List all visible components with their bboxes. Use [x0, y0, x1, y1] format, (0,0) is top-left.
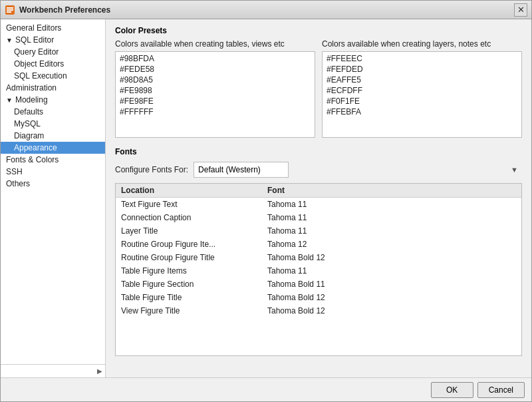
fonts-table[interactable]: Location Font Text Figure TextTahoma 11C…: [115, 183, 522, 356]
cell-font: Tahoma 11: [262, 226, 521, 236]
right-panel: Color Presets Colors available when crea…: [106, 19, 531, 377]
title-bar: Workbench Preferences ✕: [1, 1, 531, 19]
expand-arrow: ▼: [6, 97, 13, 104]
color-entry[interactable]: #F0F1FE: [325, 96, 519, 106]
left-color-label: Colors available when creating tables, v…: [115, 39, 315, 49]
left-panel-footer: ▶: [1, 364, 105, 377]
configure-select-wrapper: Default (Western)JapaneseChinese (Simpli…: [194, 162, 522, 178]
cell-font: Tahoma Bold 12: [262, 305, 521, 316]
tree-area: General Editors▼SQL EditorQuery EditorOb…: [1, 19, 105, 364]
cell-location: Connection Caption: [116, 212, 262, 223]
cell-font: Tahoma 11: [262, 266, 521, 276]
right-color-label: Colors available when creating layers, n…: [322, 39, 522, 49]
sidebar-item-query-editor[interactable]: Query Editor: [1, 46, 105, 58]
color-lists-row: Colors available when creating tables, v…: [115, 39, 522, 138]
cell-location: Layer Title: [116, 226, 262, 236]
cell-font: Tahoma Bold 12: [262, 252, 521, 263]
fonts-title: Fonts: [115, 147, 522, 156]
configure-label: Configure Fonts For:: [115, 165, 188, 174]
footer: OK Cancel: [1, 377, 531, 401]
close-button[interactable]: ✕: [514, 3, 527, 17]
cell-font: Tahoma 11: [262, 199, 521, 210]
color-entry[interactable]: #FE98FE: [118, 96, 312, 106]
color-entry[interactable]: #FEFDED: [325, 64, 519, 75]
chevron-down-icon: ▼: [511, 166, 518, 174]
table-row[interactable]: Connection CaptionTahoma 11: [116, 211, 521, 224]
col-font: Font: [262, 184, 521, 197]
table-row[interactable]: Table Figure TitleTahoma Bold 12: [116, 291, 521, 304]
fonts-table-header: Location Font: [116, 184, 521, 198]
right-color-block: Colors available when creating layers, n…: [322, 39, 522, 138]
cell-location: View Figure Title: [116, 305, 262, 316]
table-row[interactable]: Routine Group Figure TitleTahoma Bold 12: [116, 251, 521, 264]
cell-location: Routine Group Figure Ite...: [116, 239, 262, 250]
right-color-list[interactable]: #FFEEEC#FEFDED#EAFFE5#ECFDFF#F0F1FE#FFEB…: [322, 51, 522, 138]
sidebar-item-others[interactable]: Others: [1, 178, 105, 190]
fonts-table-body: Text Figure TextTahoma 11Connection Capt…: [116, 198, 521, 317]
window-title: Workbench Preferences: [19, 5, 514, 15]
left-color-block: Colors available when creating tables, v…: [115, 39, 315, 138]
cell-font: Tahoma 11: [262, 212, 521, 223]
left-color-list[interactable]: #98BFDA#FEDE58#98D8A5#FE9898#FE98FE#FFFF…: [115, 51, 315, 138]
sidebar-item-fonts-colors[interactable]: Fonts & Colors: [1, 154, 105, 166]
table-row[interactable]: Text Figure TextTahoma 11: [116, 198, 521, 211]
ok-button[interactable]: OK: [431, 382, 473, 398]
fonts-config-row: Configure Fonts For: Default (Western)Ja…: [115, 162, 522, 178]
cell-location: Table Figure Title: [116, 292, 262, 303]
color-entry[interactable]: #EAFFE5: [325, 75, 519, 85]
cell-font: Tahoma 12: [262, 239, 521, 250]
svg-rect-1: [7, 7, 13, 9]
sidebar-item-appearance[interactable]: Appearance: [1, 142, 105, 154]
color-entry[interactable]: #FEDE58: [118, 64, 312, 75]
sidebar-item-general-editors[interactable]: General Editors: [1, 22, 105, 34]
color-presets-title: Color Presets: [115, 26, 522, 35]
configure-select[interactable]: Default (Western)JapaneseChinese (Simpli…: [194, 162, 289, 178]
fonts-section: Fonts Configure Fonts For: Default (West…: [115, 147, 522, 356]
color-entry[interactable]: #FFFFFF: [118, 106, 312, 117]
svg-rect-3: [7, 11, 11, 13]
table-row[interactable]: Table Figure ItemsTahoma 11: [116, 264, 521, 278]
svg-rect-2: [7, 9, 13, 11]
color-entry[interactable]: #98BFDA: [118, 53, 312, 64]
color-presets-section: Color Presets Colors available when crea…: [115, 26, 522, 138]
scroll-right-icon[interactable]: ▶: [97, 367, 102, 375]
cell-font: Tahoma Bold 11: [262, 279, 521, 290]
color-entry[interactable]: #ECFDFF: [325, 85, 519, 96]
sidebar-item-modeling[interactable]: ▼Modeling: [1, 94, 105, 106]
sidebar-item-administration[interactable]: Administration: [1, 82, 105, 94]
col-location: Location: [116, 184, 262, 197]
sidebar-item-sql-editor[interactable]: ▼SQL Editor: [1, 34, 105, 46]
cell-location: Table Figure Items: [116, 266, 262, 276]
sidebar-item-mysql[interactable]: MySQL: [1, 118, 105, 130]
left-panel: General Editors▼SQL EditorQuery EditorOb…: [1, 19, 106, 377]
color-entry[interactable]: #98D8A5: [118, 75, 312, 85]
cancel-button[interactable]: Cancel: [477, 382, 525, 398]
cell-location: Text Figure Text: [116, 199, 262, 210]
cell-location: Table Figure Section: [116, 279, 262, 290]
color-entry[interactable]: #FFEEEC: [325, 53, 519, 64]
table-row[interactable]: Routine Group Figure Ite...Tahoma 12: [116, 238, 521, 251]
main-content: General Editors▼SQL EditorQuery EditorOb…: [1, 19, 531, 377]
cell-font: Tahoma Bold 12: [262, 292, 521, 303]
sidebar-item-sql-execution[interactable]: SQL Execution: [1, 70, 105, 82]
app-icon: [5, 5, 15, 15]
color-entry[interactable]: #FE9898: [118, 85, 312, 96]
sidebar-item-ssh[interactable]: SSH: [1, 166, 105, 178]
cell-location: Routine Group Figure Title: [116, 252, 262, 263]
sidebar-item-diagram[interactable]: Diagram: [1, 130, 105, 142]
table-row[interactable]: View Figure TitleTahoma Bold 12: [116, 304, 521, 317]
color-entry[interactable]: #FFEBFA: [325, 106, 519, 117]
table-row[interactable]: Layer TitleTahoma 11: [116, 224, 521, 238]
sidebar-item-object-editors[interactable]: Object Editors: [1, 58, 105, 70]
preferences-window: Workbench Preferences ✕ General Editors▼…: [0, 0, 532, 402]
table-row[interactable]: Table Figure SectionTahoma Bold 11: [116, 278, 521, 291]
expand-arrow: ▼: [6, 37, 13, 44]
sidebar-item-defaults[interactable]: Defaults: [1, 106, 105, 118]
